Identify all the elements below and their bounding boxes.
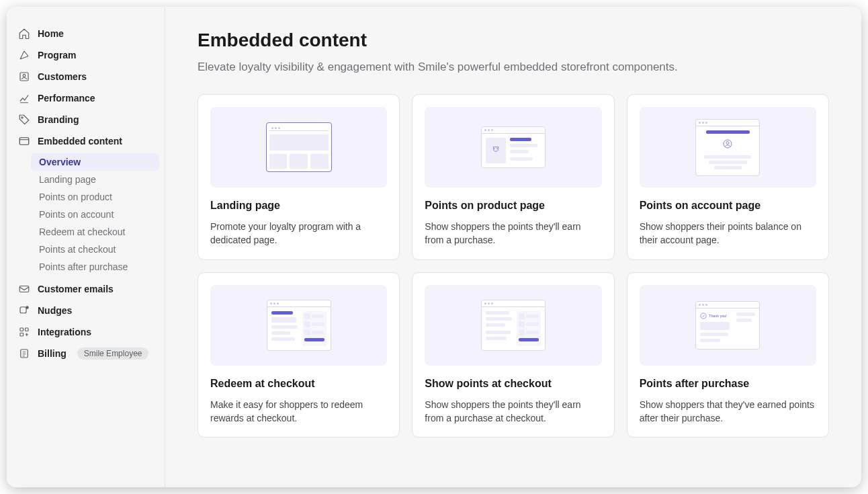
subitem-points-at-checkout[interactable]: Points at checkout — [12, 241, 159, 258]
subitem-points-on-product[interactable]: Points on product — [12, 188, 159, 206]
customers-icon — [17, 70, 31, 83]
app-frame: Home Program Customers Performance Brand… — [7, 7, 861, 487]
branding-icon — [17, 113, 31, 126]
performance-icon — [17, 91, 31, 105]
card-title: Redeem at checkout — [210, 378, 387, 390]
sidebar-item-integrations[interactable]: Integrations — [12, 321, 159, 343]
email-icon — [17, 282, 31, 296]
svg-point-12 — [726, 141, 729, 144]
card-desc: Promote your loyalty program with a dedi… — [210, 220, 387, 247]
card-title: Points on product page — [425, 200, 601, 212]
subitem-overview[interactable]: Overview — [31, 153, 159, 171]
sidebar-item-customer-emails[interactable]: Customer emails — [12, 278, 159, 300]
sidebar-item-customers[interactable]: Customers — [12, 66, 159, 87]
card-title: Show points at checkout — [425, 378, 601, 390]
subitem-points-after-purchase[interactable]: Points after purchase — [12, 258, 159, 276]
sidebar-item-home[interactable]: Home — [12, 23, 159, 44]
svg-rect-5 — [20, 307, 26, 313]
card-preview — [210, 107, 387, 188]
svg-rect-4 — [19, 286, 29, 292]
sidebar-item-label: Performance — [38, 93, 95, 104]
sidebar-item-label: Nudges — [38, 305, 72, 316]
home-icon — [17, 27, 31, 40]
sidebar-item-label: Home — [38, 28, 64, 39]
integrations-icon — [17, 325, 31, 339]
subitem-points-on-account[interactable]: Points on account — [12, 206, 159, 223]
nudges-icon — [17, 304, 31, 317]
embedded-subitems: Overview Landing page Points on product … — [12, 153, 159, 276]
sidebar-item-program[interactable]: Program — [12, 44, 159, 66]
card-preview — [425, 107, 601, 188]
card-preview — [210, 285, 387, 366]
card-points-on-product[interactable]: Points on product page Show shoppers the… — [412, 94, 614, 260]
card-desc: Show shoppers the points they'll earn fr… — [425, 220, 601, 247]
svg-rect-8 — [26, 328, 29, 331]
sidebar-item-label: Embedded content — [38, 136, 122, 147]
subitem-landing-page[interactable]: Landing page — [12, 171, 159, 188]
sidebar-item-embedded-content[interactable]: Embedded content — [12, 130, 159, 152]
card-points-after-purchase[interactable]: Thank you! P — [627, 272, 829, 438]
program-icon — [17, 48, 31, 62]
sidebar-item-nudges[interactable]: Nudges — [12, 300, 159, 321]
card-points-on-account[interactable]: Points on account page Show shoppers the… — [627, 94, 829, 260]
embedded-icon — [17, 134, 31, 148]
svg-point-6 — [26, 306, 29, 309]
card-preview — [640, 107, 816, 188]
card-preview — [425, 285, 601, 366]
main-content: Embedded content Elevate loyalty visibil… — [165, 7, 861, 487]
svg-point-1 — [23, 75, 26, 77]
svg-rect-7 — [20, 328, 24, 331]
sidebar-item-label: Billing — [38, 348, 67, 359]
sidebar-item-label: Integrations — [38, 327, 91, 337]
page-title: Embedded content — [198, 30, 829, 51]
card-redeem-at-checkout[interactable]: Redeem at checkout Make it easy for shop… — [198, 272, 400, 438]
sidebar-item-performance[interactable]: Performance — [12, 87, 159, 109]
card-desc: Show shoppers that they've earned points… — [640, 398, 816, 425]
svg-rect-3 — [19, 138, 29, 145]
subitem-redeem-at-checkout[interactable]: Redeem at checkout — [12, 223, 159, 241]
card-landing-page[interactable]: Landing page Promote your loyalty progra… — [198, 94, 400, 260]
svg-point-13 — [701, 313, 706, 318]
billing-icon — [17, 347, 31, 360]
card-preview: Thank you! — [640, 285, 816, 366]
sidebar-item-branding[interactable]: Branding — [12, 109, 159, 130]
card-desc: Show shoppers their points balance on th… — [640, 220, 816, 247]
svg-point-2 — [21, 117, 23, 118]
sidebar-item-billing[interactable]: Billing Smile Employee — [12, 343, 159, 364]
card-title: Landing page — [210, 200, 387, 212]
card-desc: Show shoppers the points they'll earn fr… — [425, 398, 601, 425]
sidebar-item-label: Program — [38, 50, 77, 60]
sidebar: Home Program Customers Performance Brand… — [7, 7, 165, 487]
sidebar-item-label: Customers — [38, 71, 87, 82]
card-title: Points on account page — [640, 200, 816, 212]
sidebar-item-label: Branding — [38, 114, 79, 125]
cards-grid: Landing page Promote your loyalty progra… — [198, 94, 829, 438]
page-subtitle: Elevate loyalty visibility & engagement … — [198, 60, 829, 74]
card-title: Points after purchase — [640, 378, 816, 390]
card-desc: Make it easy for shoppers to redeem rewa… — [210, 398, 387, 425]
svg-rect-9 — [20, 333, 24, 337]
billing-badge: Smile Employee — [77, 347, 149, 360]
sidebar-item-label: Customer emails — [38, 284, 114, 294]
card-show-points-at-checkout[interactable]: Show points at checkout Show shoppers th… — [412, 272, 614, 438]
